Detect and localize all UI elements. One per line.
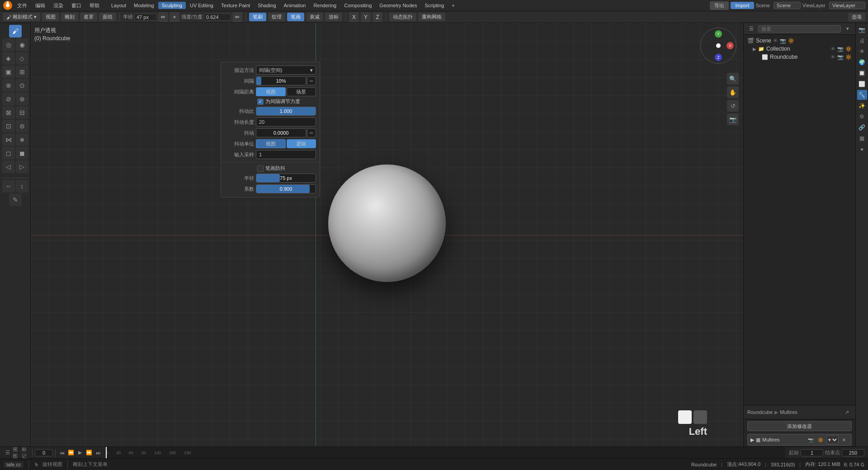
mask-menu[interactable]: 遮罩	[80, 13, 97, 21]
annotate-tool[interactable]: ✎	[9, 193, 22, 206]
tool-a[interactable]: ◎	[2, 38, 15, 51]
jitter-length-field[interactable]: 20	[256, 118, 316, 127]
collection-cam-icon[interactable]: 📷	[837, 46, 844, 52]
workspace-compositing[interactable]: Compositing	[340, 2, 375, 9]
facesets-menu[interactable]: 面组	[99, 13, 116, 21]
tool-r[interactable]: ◼	[16, 147, 28, 160]
properties-nav-icon[interactable]: ↗	[842, 407, 852, 417]
sym-y-btn[interactable]: Y	[361, 12, 371, 22]
export-button[interactable]: 导出	[710, 1, 729, 10]
stab-factor-slider[interactable]: 0.900	[256, 184, 316, 193]
sample-field[interactable]: 1	[256, 150, 316, 159]
jitter-slider[interactable]: 1.000	[256, 107, 316, 116]
prop-scene-icon[interactable]: 🌍	[857, 57, 867, 67]
pressure-slider[interactable]: 0.0000	[256, 128, 306, 137]
sculpt-draw-tool[interactable]: 🖌	[9, 25, 22, 38]
outliner-display-icon[interactable]: ☰	[746, 24, 756, 34]
scene-eye-icon[interactable]: 👁	[773, 38, 778, 43]
prop-world-icon[interactable]: 🔲	[857, 68, 867, 78]
tool-d[interactable]: ◇	[16, 52, 28, 65]
outliner-search-input[interactable]	[758, 25, 841, 33]
prop-constraint-icon[interactable]: 🔗	[857, 122, 867, 132]
menu-file[interactable]: 文件	[14, 1, 31, 10]
prop-view-icon[interactable]: 👁	[857, 47, 867, 56]
mod-expand-icon[interactable]: ▶	[750, 437, 754, 443]
mod-realtime-icon[interactable]: 📷	[806, 435, 815, 444]
roundcube-eye-icon[interactable]: 👁	[830, 54, 835, 60]
mode-dropdown[interactable]: 🖌 雕刻模式 ▾	[3, 13, 40, 21]
pan-icon[interactable]: ✋	[727, 86, 739, 98]
prop-material-icon[interactable]: ●	[857, 144, 867, 154]
tool-b[interactable]: ◉	[16, 38, 28, 51]
roundcube-render-icon[interactable]: 🔆	[845, 54, 852, 60]
adaptive-checkbox[interactable]: ✓	[257, 99, 264, 105]
tool-q[interactable]: ◻	[2, 147, 15, 160]
pressure-edit-btn[interactable]: ✏	[307, 128, 316, 137]
prop-output-icon[interactable]: 🖨	[857, 36, 867, 46]
play-btn[interactable]: ▶	[76, 449, 84, 457]
strength-pen-icon[interactable]: ✏	[232, 12, 242, 22]
prop-particle-icon[interactable]: ✨	[857, 101, 867, 111]
tafe-logo[interactable]: tafe.cc	[4, 461, 24, 468]
cursor-btn[interactable]: 游标	[325, 13, 342, 21]
mod-options-select[interactable]: ▾	[826, 435, 839, 444]
add-modifier-btn[interactable]: 添加修改器	[747, 421, 852, 431]
workspace-shading[interactable]: Shading	[254, 2, 279, 9]
transform-tool-b[interactable]: ↕	[16, 180, 28, 193]
3d-viewport[interactable]: 用户透视 (0) Roundcube X Y Z 🔍 ✋ ↺ 📷	[31, 23, 743, 446]
remesh-btn[interactable]: 重构网格	[418, 13, 445, 21]
timeline-options-icon[interactable]: ☰	[4, 449, 12, 457]
scene-camera-icon[interactable]: 📷	[780, 38, 786, 44]
timeline-track[interactable]: 0 30 60 90 130 180 230	[106, 447, 785, 459]
tool-n[interactable]: ⊜	[16, 120, 28, 132]
workspace-animation[interactable]: Animation	[280, 2, 310, 9]
radius-pen-icon[interactable]: ✏	[158, 12, 168, 22]
tool-i[interactable]: ⊘	[2, 93, 15, 105]
transform-tool-a[interactable]: ↔	[2, 180, 15, 193]
stroke-btn[interactable]: 笔画	[287, 13, 304, 21]
workspace-scripting[interactable]: Scripting	[421, 2, 448, 9]
viewlayer-input[interactable]	[829, 2, 865, 9]
timeline-view-btn[interactable]: 视图	[13, 449, 21, 457]
prop-modifier-icon[interactable]: 🔧	[857, 90, 867, 100]
mod-close-icon[interactable]: ✕	[840, 435, 849, 444]
roundcube-row[interactable]: ⬜ Roundcube 👁 📷 🔆	[744, 53, 855, 61]
pressure-scene-btn[interactable]: 逻辑	[287, 139, 316, 148]
tool-e[interactable]: ▣	[2, 66, 15, 78]
radius-input[interactable]	[134, 14, 157, 21]
current-frame-display[interactable]: 0	[35, 449, 53, 456]
skip-start-btn[interactable]: ⏮	[58, 449, 66, 457]
scene-render-icon[interactable]: 🔆	[788, 38, 794, 44]
tool-m[interactable]: ⊡	[2, 120, 15, 132]
scene-input[interactable]	[774, 2, 801, 9]
prop-data-icon[interactable]: ▦	[857, 133, 867, 143]
import-button[interactable]: Import	[731, 2, 754, 9]
workspace-layout[interactable]: Layout	[108, 2, 130, 9]
stab-radius-slider[interactable]: 75 px	[256, 174, 316, 183]
radius-plus-icon[interactable]: +	[170, 12, 179, 22]
gizmo-z-axis[interactable]: Z	[715, 54, 722, 61]
tool-k[interactable]: ⊠	[2, 106, 15, 119]
menu-render[interactable]: 渲染	[50, 1, 67, 10]
prev-frame-btn[interactable]: ⏪	[67, 449, 75, 457]
tool-s[interactable]: ◁	[2, 160, 15, 173]
options-btn[interactable]: 选项	[848, 13, 865, 21]
gizmo-y-axis[interactable]: Y	[715, 30, 722, 38]
menu-window[interactable]: 窗口	[68, 1, 85, 10]
camera-view-icon[interactable]: 📷	[727, 113, 739, 125]
mod-render-icon[interactable]: 🔆	[816, 435, 825, 444]
workspace-uv[interactable]: UV Editing	[186, 2, 217, 9]
tool-h[interactable]: ⊙	[16, 79, 28, 92]
collection-eye-icon[interactable]: 👁	[830, 46, 835, 52]
brush-btn[interactable]: 笔刷	[249, 13, 266, 21]
view-menu[interactable]: 视图	[42, 13, 59, 21]
falloff-btn[interactable]: 衰减	[306, 13, 323, 21]
workspace-modeling[interactable]: Modeling	[130, 2, 158, 9]
tool-t[interactable]: ▷	[16, 160, 28, 173]
rotate-icon[interactable]: ↺	[727, 100, 739, 112]
tool-g[interactable]: ⊗	[2, 79, 15, 92]
tool-j[interactable]: ⊛	[16, 93, 28, 105]
tool-o[interactable]: ⋈	[2, 133, 15, 146]
dyntopo-btn[interactable]: 动态拓扑	[389, 13, 416, 21]
roundcube-cam-icon[interactable]: 📷	[837, 54, 844, 60]
